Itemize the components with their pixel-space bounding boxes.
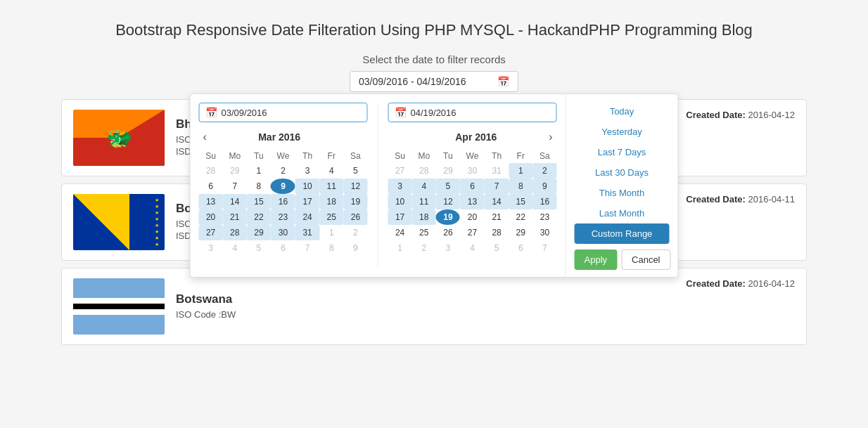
calendar-day[interactable]: 5 — [247, 240, 271, 256]
calendar-day[interactable]: 29 — [509, 225, 532, 240]
calendar-day[interactable]: 3 — [436, 240, 460, 256]
calendar-day[interactable]: 9 — [343, 240, 367, 256]
col-tu: Tu — [247, 149, 271, 163]
calendar-day[interactable]: 30 — [532, 225, 556, 240]
calendar-day[interactable]: 9 — [532, 179, 556, 194]
calendar-day[interactable]: 12 — [436, 194, 460, 209]
calendar-day[interactable]: 2 — [271, 163, 295, 179]
preset-yesterday[interactable]: Yesterday — [575, 122, 670, 142]
preset-thismonth[interactable]: This Month — [575, 183, 670, 203]
calendar-day[interactable]: 28 — [199, 163, 223, 179]
calendar-day[interactable]: 1 — [319, 225, 343, 240]
calendar-day[interactable]: 8 — [247, 179, 271, 194]
calendar-day[interactable]: 17 — [295, 194, 319, 209]
calendar-day[interactable]: 20 — [199, 209, 223, 225]
calendar-day[interactable]: 19 — [436, 209, 460, 225]
calendar-day[interactable]: 25 — [319, 209, 343, 225]
calendar-day[interactable]: 18 — [319, 194, 343, 209]
calendar-day[interactable]: 22 — [509, 209, 532, 225]
calendar-day[interactable]: 30 — [271, 225, 295, 240]
calendar-day[interactable]: 5 — [436, 179, 460, 194]
calendar-day[interactable]: 26 — [436, 225, 460, 240]
calendar-day[interactable]: 7 — [485, 179, 509, 194]
date-range-input[interactable]: 03/09/2016 - 04/19/2016 📅 — [350, 71, 518, 92]
calendar-day[interactable]: 2 — [412, 240, 436, 256]
left-date-input[interactable]: 📅 03/09/2016 — [199, 103, 368, 122]
calendar-day[interactable]: 30 — [460, 163, 485, 179]
calendar-day[interactable]: 3 — [388, 179, 412, 194]
calendar-day[interactable]: 10 — [295, 179, 319, 194]
preset-last30days[interactable]: Last 30 Days — [575, 162, 670, 183]
calendar-day[interactable]: 5 — [343, 163, 367, 179]
calendar-day[interactable]: 27 — [199, 225, 223, 240]
calendar-day[interactable]: 24 — [388, 225, 412, 240]
calendar-day[interactable]: 2 — [343, 225, 367, 240]
calendar-day[interactable]: 6 — [460, 179, 485, 194]
calendar-day[interactable]: 17 — [388, 209, 412, 225]
calendar-day[interactable]: 7 — [532, 240, 556, 256]
calendar-day[interactable]: 4 — [223, 240, 247, 256]
apply-button[interactable]: Apply — [575, 249, 618, 270]
calendar-day[interactable]: 24 — [295, 209, 319, 225]
calendar-day[interactable]: 27 — [460, 225, 485, 240]
calendar-day[interactable]: 3 — [199, 240, 223, 256]
calendar-day[interactable]: 5 — [485, 240, 509, 256]
calendar-day[interactable]: 8 — [319, 240, 343, 256]
calendar-day[interactable]: 29 — [223, 163, 247, 179]
preset-today[interactable]: Today — [575, 101, 670, 122]
calendar-day[interactable]: 4 — [460, 240, 485, 256]
calendar-day[interactable]: 6 — [271, 240, 295, 256]
calendar-day[interactable]: 12 — [343, 179, 367, 194]
calendar-day[interactable]: 22 — [247, 209, 271, 225]
calendar-day[interactable]: 3 — [295, 163, 319, 179]
calendar-day[interactable]: 29 — [247, 225, 271, 240]
datepicker-popup: 03/09/2016 - 04/19/2016 📅 📅 03/09/2016 ‹… — [350, 71, 518, 92]
calendar-day[interactable]: 4 — [412, 179, 436, 194]
calendar-day[interactable]: 18 — [412, 209, 436, 225]
calendar-day[interactable]: 31 — [295, 225, 319, 240]
calendar-day[interactable]: 8 — [509, 179, 532, 194]
calendar-day[interactable]: 28 — [485, 225, 509, 240]
calendar-day[interactable]: 28 — [223, 225, 247, 240]
calendar-day[interactable]: 26 — [343, 209, 367, 225]
calendar-day[interactable]: 20 — [460, 209, 485, 225]
calendar-day[interactable]: 21 — [485, 209, 509, 225]
cancel-button[interactable]: Cancel — [621, 249, 670, 270]
calendar-day[interactable]: 15 — [247, 194, 271, 209]
right-date-input[interactable]: 📅 04/19/2016 — [388, 103, 557, 122]
calendar-day[interactable]: 14 — [223, 194, 247, 209]
preset-last7days[interactable]: Last 7 Days — [575, 142, 670, 162]
calendar-day[interactable]: 28 — [412, 163, 436, 179]
calendar-day[interactable]: 10 — [388, 194, 412, 209]
preset-lastmonth[interactable]: Last Month — [575, 203, 670, 223]
calendar-day[interactable]: 7 — [295, 240, 319, 256]
calendar-day[interactable]: 1 — [247, 163, 271, 179]
calendar-day[interactable]: 16 — [271, 194, 295, 209]
calendar-day[interactable]: 19 — [343, 194, 367, 209]
calendar-day[interactable]: 6 — [509, 240, 532, 256]
calendar-day[interactable]: 4 — [319, 163, 343, 179]
calendar-day[interactable]: 27 — [388, 163, 412, 179]
calendar-day[interactable]: 21 — [223, 209, 247, 225]
calendar-day[interactable]: 2 — [532, 163, 556, 179]
calendar-day[interactable]: 14 — [485, 194, 509, 209]
next-month-button[interactable]: › — [544, 129, 556, 145]
calendar-day[interactable]: 1 — [388, 240, 412, 256]
preset-customrange[interactable]: Custom Range — [575, 223, 670, 244]
calendar-day[interactable]: 9 — [271, 179, 295, 194]
calendar-day[interactable]: 13 — [460, 194, 485, 209]
calendar-day[interactable]: 11 — [319, 179, 343, 194]
calendar-day[interactable]: 13 — [199, 194, 223, 209]
calendar-day[interactable]: 6 — [199, 179, 223, 194]
calendar-day[interactable]: 23 — [532, 209, 556, 225]
calendar-day[interactable]: 31 — [485, 163, 509, 179]
calendar-day[interactable]: 29 — [436, 163, 460, 179]
prev-month-button[interactable]: ‹ — [199, 129, 211, 145]
calendar-day[interactable]: 11 — [412, 194, 436, 209]
calendar-day[interactable]: 16 — [532, 194, 556, 209]
calendar-day[interactable]: 23 — [271, 209, 295, 225]
calendar-day[interactable]: 25 — [412, 225, 436, 240]
calendar-day[interactable]: 7 — [223, 179, 247, 194]
calendar-day[interactable]: 1 — [509, 163, 532, 179]
calendar-day[interactable]: 15 — [509, 194, 532, 209]
